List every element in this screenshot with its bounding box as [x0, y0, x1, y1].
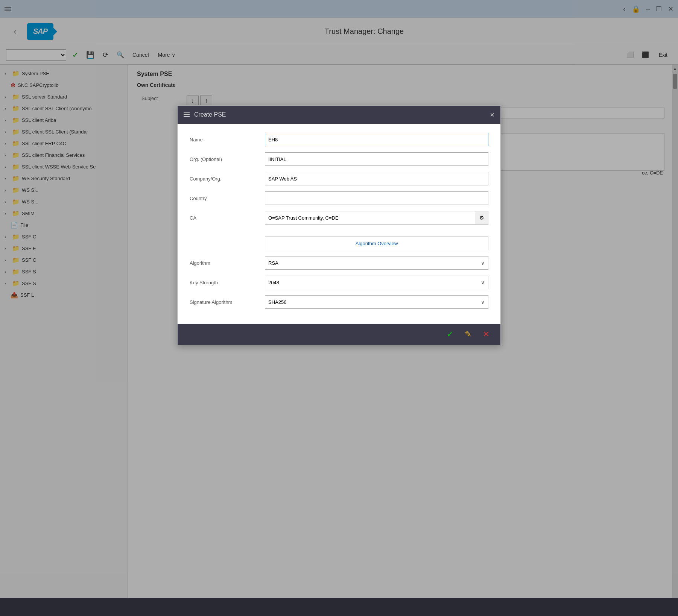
name-label: Name — [190, 137, 265, 143]
dialog-footer: ✓ ✎ ✕ — [178, 324, 500, 345]
key-strength-select[interactable]: 1024 2048 4096 — [265, 276, 488, 289]
algorithm-select[interactable]: RSA DSA ECDSA — [265, 256, 488, 270]
dialog-edit-button[interactable]: ✎ — [461, 328, 475, 341]
dialog-header: Create PSE × — [178, 106, 500, 124]
dialog-confirm-button[interactable]: ✓ — [443, 328, 457, 341]
ca-search-icon: ⚙ — [479, 215, 484, 221]
algorithm-overview-button[interactable]: Algorithm Overview — [265, 237, 488, 250]
dialog-body: Name Org. (Optional) Company/Org. Countr… — [178, 124, 500, 324]
form-row-name: Name — [190, 133, 488, 146]
dialog-cancel-button[interactable]: ✕ — [479, 328, 493, 341]
confirm-check-icon: ✓ — [447, 329, 453, 339]
edit-pencil-icon: ✎ — [465, 329, 471, 339]
dialog-title: Create PSE — [194, 111, 226, 118]
sig-algo-select[interactable]: SHA256 SHA384 SHA512 — [265, 295, 488, 309]
key-strength-select-wrapper: 1024 2048 4096 ∨ — [265, 276, 488, 289]
form-row-ca: CA ⚙ — [190, 211, 488, 225]
algorithm-overview-wrapper: Algorithm Overview — [190, 237, 488, 250]
sig-algo-select-wrapper: SHA256 SHA384 SHA512 ∨ — [265, 295, 488, 309]
form-row-algorithm: Algorithm RSA DSA ECDSA ∨ — [190, 256, 488, 270]
cancel-x-icon: ✕ — [483, 329, 489, 339]
company-label: Company/Org. — [190, 176, 265, 182]
ca-label: CA — [190, 215, 265, 221]
company-input[interactable] — [265, 172, 488, 185]
algorithm-select-wrapper: RSA DSA ECDSA ∨ — [265, 256, 488, 270]
form-row-sig-algo: Signature Algorithm SHA256 SHA384 SHA512… — [190, 295, 488, 309]
algorithm-label: Algorithm — [190, 260, 265, 266]
org-input[interactable] — [265, 152, 488, 166]
ca-input-wrapper: ⚙ — [265, 211, 488, 225]
dialog-header-left: Create PSE — [184, 111, 226, 118]
create-pse-dialog: Create PSE × Name Org. (Optional) Compan… — [177, 105, 501, 345]
form-row-country: Country — [190, 191, 488, 205]
country-input[interactable] — [265, 191, 488, 205]
dialog-hamburger-menu[interactable] — [184, 112, 190, 117]
dialog-close-button[interactable]: × — [490, 111, 494, 118]
form-row-company: Company/Org. — [190, 172, 488, 185]
form-row-org: Org. (Optional) — [190, 152, 488, 166]
country-label: Country — [190, 196, 265, 201]
ca-input[interactable] — [265, 211, 475, 225]
name-input[interactable] — [265, 133, 488, 146]
key-strength-label: Key Strength — [190, 280, 265, 285]
org-label: Org. (Optional) — [190, 156, 265, 162]
sig-algo-label: Signature Algorithm — [190, 299, 265, 305]
ca-search-button[interactable]: ⚙ — [475, 211, 488, 225]
form-row-key-strength: Key Strength 1024 2048 4096 ∨ — [190, 276, 488, 289]
